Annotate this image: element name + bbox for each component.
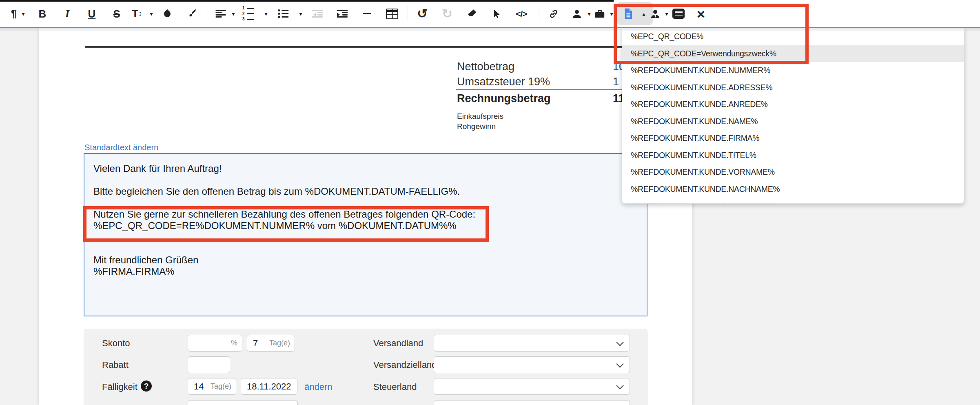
totals-divider-line [456,89,648,90]
dropdown-item[interactable]: %REFDOKUMENT.KUNDE.ADRESSE% [622,79,964,96]
partial-input[interactable] [188,400,298,405]
paragraph-format-caret[interactable]: ▾ [22,1,24,26]
versandzielland-label: Versandzielland [373,360,437,370]
highlight-color-button[interactable] [186,1,197,26]
chevron-down-icon: ▾ [610,11,613,17]
dropdown-item[interactable]: %REFDOKUMENT.KUNDE.ANREDE% [622,96,964,113]
partial-select[interactable] [434,400,630,405]
days-suffix: Tag(e) [211,382,236,391]
bold-button[interactable]: B [39,1,47,26]
text-line: Vielen Dank für Ihren Auftrag! [93,163,632,174]
align-button[interactable] [216,1,226,26]
select-cursor-button[interactable] [491,1,502,26]
undo-button[interactable]: ↺ [417,1,428,26]
text-line: Bitte begleichen Sie den offenen Betrag … [93,186,632,197]
cursor-icon [491,9,502,19]
horizontal-rule-button[interactable] [363,1,371,26]
list-view-icon [672,9,685,19]
dropdown-item[interactable]: %REFDOKUMENT.KUNDE.NUMMER% [622,62,964,79]
versandland-label: Versandland [373,338,423,349]
font-size-caret[interactable]: ▾ [150,1,153,26]
indent-icon [337,10,348,18]
code-icon: </> [516,9,527,19]
insert-table-button[interactable] [386,1,398,26]
contact-placeholder-caret[interactable]: ▾ [665,1,668,26]
document-icon [623,8,634,20]
customer-placeholder-caret[interactable]: ▾ [588,1,590,26]
text-color-button[interactable] [164,1,171,26]
versandland-select[interactable] [434,335,630,352]
faelligkeit-date-value: 18.11.2022 [241,381,291,392]
rabatt-input[interactable] [188,356,230,373]
clear-formatting-button[interactable] [467,1,478,26]
horizontal-rule-icon [363,13,371,15]
dropdown-item[interactable]: %REFDOKUMENT.KUNDE.ZUSATZ_1% [622,198,964,204]
skonto-days-input[interactable]: 7 Tag(e) [247,335,295,352]
document-placeholder-button[interactable] [623,1,634,26]
italic-button[interactable]: I [65,1,69,26]
font-size-button[interactable]: T↕ [132,1,142,26]
versandzielland-select[interactable] [434,356,630,373]
faelligkeit-days-input[interactable]: 14 Tag(e) [188,378,236,395]
text-line [93,197,632,209]
company-placeholder-button[interactable] [594,1,605,26]
underline-icon: U [88,9,96,19]
dropdown-item[interactable]: %REFDOKUMENT.KUNDE.TITEL% [622,147,964,164]
paragraph-format-button[interactable]: ¶ [11,1,17,26]
text-line: %FIRMA.FIRMA% [93,266,632,277]
document-divider-line [85,46,648,48]
dropdown-item[interactable]: %REFDOKUMENT.KUNDE.NAME% [622,113,964,130]
indent-button[interactable] [337,1,348,26]
close-editor-button[interactable]: × [697,1,705,26]
dropdown-item[interactable]: %REFDOKUMENT.KUNDE.NACHNAME% [622,181,964,198]
steuerland-select[interactable] [434,378,630,395]
list-view-button[interactable] [672,1,685,26]
updown-arrows-icon: ↕ [138,9,142,18]
person-icon [571,8,583,20]
active-button-highlight [617,2,653,25]
faelligkeit-days-value: 14 [188,381,204,392]
brush-icon [186,8,197,19]
underline-button[interactable]: U [88,1,96,26]
text-line: Mit freundlichen Grüßen [93,254,632,266]
strikethrough-button[interactable]: S [113,1,120,26]
aendern-link[interactable]: ändern [304,382,333,392]
link-icon [548,8,559,20]
faelligkeit-date-input[interactable]: 18.11.2022 [241,378,297,395]
chevron-up-icon: ▴ [642,11,645,17]
faelligkeit-label: Fälligkeit [102,382,137,392]
align-left-icon [216,10,226,18]
document-placeholder-caret[interactable]: ▴ [642,1,645,26]
italic-icon: I [65,9,69,19]
code-view-button[interactable]: </> [516,1,527,26]
ordered-list-button[interactable]: 1 2 3 [242,1,254,26]
redo-icon: ↻ [442,6,452,21]
dropdown-item[interactable]: %REFDOKUMENT.KUNDE.VORNAME% [622,164,964,181]
align-caret[interactable]: ▾ [232,1,235,26]
umsatzsteuer-value: 1 [613,76,619,88]
unordered-list-caret[interactable]: ▾ [299,1,302,26]
text-line [93,174,632,186]
table-icon [386,9,398,19]
dropdown-item[interactable]: %REFDOKUMENT.KUNDE.FIRMA% [622,130,964,147]
unordered-list-button[interactable] [278,1,288,26]
ordered-list-icon: 1 2 3 [242,6,254,21]
strikethrough-icon: S [113,9,120,19]
customer-placeholder-button[interactable] [571,1,583,26]
undo-icon: ↺ [417,6,428,21]
toolbar-separator [408,6,408,21]
einkaufspreis-label: Einkaufspreis [457,112,503,121]
insert-link-button[interactable] [548,1,559,26]
contact-placeholder-button[interactable] [650,1,661,26]
toolbar-separator [208,6,208,21]
company-placeholder-caret[interactable]: ▾ [610,1,613,26]
skonto-percent-input[interactable]: % [188,335,242,352]
chevron-down-icon [616,360,623,367]
ordered-list-caret[interactable]: ▾ [264,1,267,26]
text-line [93,243,632,254]
standardtext-change-link[interactable]: Standardtext ändern [84,143,158,152]
help-icon[interactable]: ? [141,381,152,392]
dropdown-item[interactable]: %EPC_QR_CODE% [622,28,964,45]
dropdown-item-selected[interactable]: %EPC_QR_CODE=Verwendungszweck% [622,45,964,62]
standardtext-editor[interactable]: Vielen Dank für Ihren Auftrag! Bitte beg… [84,153,647,316]
